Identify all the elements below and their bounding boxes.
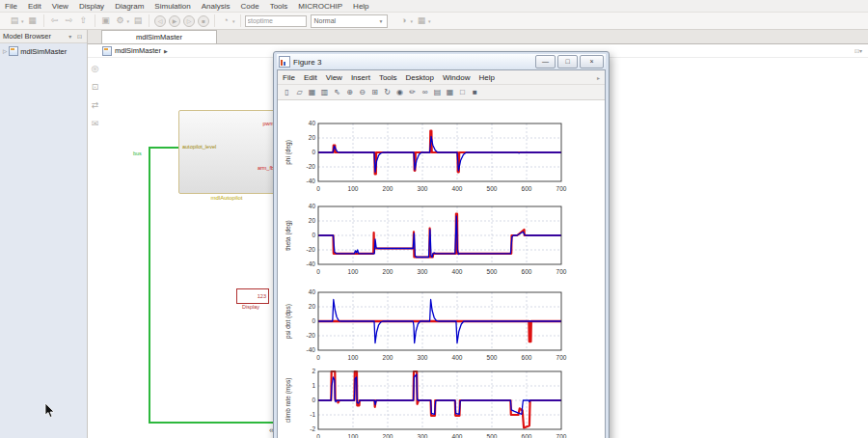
fit-to-view-icon[interactable]: ⊡ bbox=[90, 83, 101, 94]
step-back-icon[interactable]: ◁ bbox=[154, 15, 166, 27]
model-icon bbox=[9, 46, 18, 56]
sidebar-item-mdlsimmaster[interactable]: ▷ mdlSimMaster bbox=[0, 43, 87, 56]
new-figure-icon[interactable]: ▯ bbox=[282, 87, 292, 97]
figure-window[interactable]: Figure 3 —□× FileEditViewInsertToolsDesk… bbox=[273, 51, 610, 438]
print-figure-icon[interactable]: ▥ bbox=[319, 87, 330, 97]
simulation-mode-select[interactable]: Normal ▼ bbox=[311, 14, 388, 28]
svg-text:100: 100 bbox=[348, 268, 359, 275]
panel-options-icon[interactable]: ▾ ⊡ bbox=[68, 33, 84, 40]
pan-icon[interactable]: ⊞ bbox=[369, 87, 380, 97]
deploy-icon[interactable]: ▦ bbox=[416, 15, 427, 26]
figure-app-icon bbox=[279, 56, 290, 68]
build-icon[interactable]: ◑ bbox=[398, 15, 410, 26]
stop-time-input[interactable] bbox=[245, 15, 307, 27]
insert-colorbar-icon[interactable]: ▤ bbox=[432, 87, 443, 97]
signal-wire-vertical[interactable] bbox=[149, 147, 150, 424]
svg-text:100: 100 bbox=[348, 185, 359, 192]
maximize-button[interactable]: □ bbox=[557, 55, 578, 68]
zoom-icon[interactable]: ◎ bbox=[90, 65, 101, 75]
canvas-tool-strip: ◎⊡⇄✉ bbox=[88, 57, 102, 130]
display-block[interactable]: 123 bbox=[236, 288, 269, 304]
signal-wire-bottom[interactable] bbox=[149, 422, 273, 424]
menu-diagram[interactable]: Diagram bbox=[115, 2, 144, 11]
save-icon[interactable]: ▦ bbox=[27, 15, 39, 26]
menu-help[interactable]: Help bbox=[353, 2, 368, 11]
menu-help[interactable]: Help bbox=[478, 73, 494, 82]
run-icon[interactable]: ▶ bbox=[169, 15, 180, 27]
link-plot-icon[interactable]: ∞ bbox=[420, 87, 430, 97]
brush-icon[interactable]: ✏ bbox=[407, 87, 418, 97]
new-model-icon[interactable]: ▤ bbox=[9, 15, 20, 26]
svg-text:theta (deg): theta (deg) bbox=[285, 220, 292, 250]
menu-code[interactable]: Code bbox=[241, 2, 259, 11]
close-button[interactable]: × bbox=[580, 55, 604, 68]
menu-view[interactable]: View bbox=[52, 2, 68, 11]
insert-legend-icon[interactable]: ▦ bbox=[445, 87, 455, 97]
annotation-icon[interactable]: ✉ bbox=[90, 120, 101, 130]
menu-tools[interactable]: Tools bbox=[379, 73, 397, 82]
svg-text:psi dot (dps): psi dot (dps) bbox=[285, 304, 292, 339]
model-icon bbox=[102, 46, 112, 56]
menu-file[interactable]: File bbox=[5, 2, 17, 11]
figure-titlebar[interactable]: Figure 3 —□× bbox=[277, 54, 606, 69]
model-explorer-icon[interactable]: ▤ bbox=[132, 15, 144, 26]
menu-analysis[interactable]: Analysis bbox=[202, 2, 231, 11]
menu-view[interactable]: View bbox=[326, 73, 342, 82]
up-icon[interactable]: ⇧ bbox=[78, 15, 90, 26]
input-port-label: autopilot_level bbox=[182, 144, 216, 150]
figure-subplot-4: 0100200300400500600700-2-1012climb rate … bbox=[280, 369, 605, 438]
menu-edit[interactable]: Edit bbox=[304, 73, 317, 82]
menu-simulation[interactable]: Simulation bbox=[154, 2, 190, 11]
tree-expand-icon[interactable]: ▷ bbox=[3, 48, 7, 54]
svg-text:0: 0 bbox=[312, 397, 315, 403]
edit-plot-icon[interactable]: ⇖ bbox=[332, 87, 342, 97]
breadcrumb-options-icon[interactable]: ⊡▾ bbox=[854, 47, 862, 54]
model-settings-icon[interactable]: ⚙ bbox=[115, 15, 126, 26]
data-cursor-icon[interactable]: ◉ bbox=[394, 87, 405, 97]
open-file-icon[interactable]: ▱ bbox=[294, 87, 305, 97]
menu-tools[interactable]: Tools bbox=[270, 2, 288, 11]
menu-overflow-icon[interactable]: ▸ bbox=[597, 74, 600, 81]
stop-icon[interactable]: ■ bbox=[198, 15, 209, 27]
menu-display[interactable]: Display bbox=[79, 2, 104, 11]
forward-icon[interactable]: ⇨ bbox=[64, 15, 75, 26]
svg-text:0: 0 bbox=[316, 268, 320, 275]
new-model-dropdown-icon[interactable]: ▾ bbox=[21, 18, 24, 24]
display-value: 123 bbox=[258, 293, 266, 299]
menu-insert[interactable]: Insert bbox=[351, 73, 370, 82]
svg-text:400: 400 bbox=[452, 185, 463, 192]
back-icon[interactable]: ⇦ bbox=[49, 15, 61, 26]
step-forward-icon[interactable]: ▷ bbox=[183, 15, 195, 27]
menu-window[interactable]: Window bbox=[443, 73, 470, 82]
svg-text:400: 400 bbox=[452, 268, 463, 275]
menu-file[interactable]: File bbox=[283, 73, 295, 82]
zoom-in-icon[interactable]: ⊕ bbox=[344, 87, 355, 97]
pan-icon[interactable]: ⇄ bbox=[90, 101, 101, 112]
breadcrumb-path[interactable]: mdlSimMaster bbox=[115, 46, 161, 55]
menu-microchip[interactable]: MICROCHIP bbox=[298, 2, 342, 11]
library-browser-icon[interactable]: ▣ bbox=[100, 15, 112, 26]
svg-text:-40: -40 bbox=[307, 178, 316, 184]
subsystem-block[interactable]: autopilot_level pwm arm_fb bbox=[178, 110, 277, 194]
sim-mode-icon[interactable]: ◔ bbox=[220, 15, 231, 26]
model-browser-header: Model Browser ▾ ⊡ bbox=[0, 30, 87, 43]
sim-mode-dropdown-icon[interactable]: ▾ bbox=[232, 18, 235, 24]
menu-edit[interactable]: Edit bbox=[28, 2, 41, 11]
rotate-3d-icon[interactable]: ↻ bbox=[382, 87, 393, 97]
model-settings-dropdown-icon[interactable]: ▾ bbox=[127, 18, 130, 24]
build-dropdown-icon[interactable]: ▾ bbox=[411, 18, 414, 24]
signal-wire-into-block[interactable] bbox=[149, 147, 178, 149]
save-figure-icon[interactable]: ▦ bbox=[307, 87, 317, 97]
hide-plot-tools-icon[interactable]: □ bbox=[457, 87, 468, 97]
menu-desktop[interactable]: Desktop bbox=[406, 73, 434, 82]
show-plot-tools-icon[interactable]: ■ bbox=[470, 87, 480, 97]
tab-mdlsimmaster[interactable]: mdlSimMaster bbox=[101, 30, 217, 43]
svg-text:-40: -40 bbox=[307, 346, 316, 353]
zoom-out-icon[interactable]: ⊖ bbox=[357, 87, 367, 97]
minimize-button[interactable]: — bbox=[535, 55, 556, 68]
deploy-dropdown-icon[interactable]: ▾ bbox=[428, 18, 431, 24]
breadcrumb-arrow-icon[interactable]: ▶ bbox=[164, 48, 168, 54]
mouse-cursor bbox=[44, 403, 55, 419]
svg-text:-20: -20 bbox=[307, 163, 316, 170]
svg-text:400: 400 bbox=[452, 354, 463, 361]
